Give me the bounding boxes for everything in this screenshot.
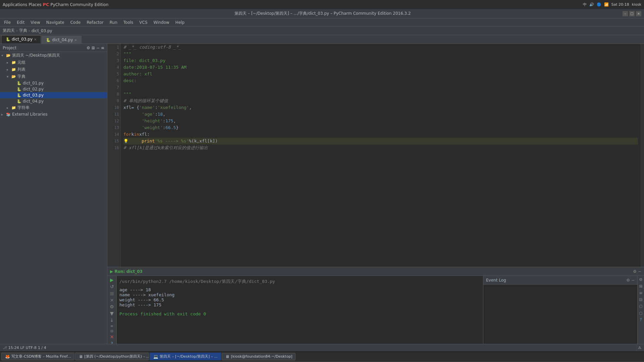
sidebar-icon-4[interactable]: ≡ (101, 46, 104, 50)
menu-item-file[interactable]: File (1, 19, 13, 25)
tree-item-6[interactable]: 🐍dict_03.py (0, 92, 107, 98)
taskbar-item-0[interactable]: 🦊写文章-CSDN博客 – Mozilla Firef... (1, 353, 74, 360)
code-line-13[interactable]: 'weight': 66.5} (123, 124, 638, 131)
tree-item-3[interactable]: ▾📂字典 (0, 73, 107, 80)
code-docstring-8: """ (123, 91, 131, 98)
breadcrumb-sep-0: › (16, 28, 18, 33)
run-panel-header: ▶ Run: dict_03 ⚙ − (107, 267, 644, 276)
taskbar-item-2[interactable]: 💻第四天 – [~/Desktop/第四天] – ... (150, 353, 221, 360)
run-tree-button[interactable]: ⊟ (109, 329, 115, 333)
rpt-icon-1[interactable]: ⚙ (639, 277, 643, 282)
folder-icon: 📁 (11, 106, 16, 110)
code-line-2[interactable]: """ (123, 51, 638, 57)
sidebar-icon-3[interactable]: − (96, 46, 100, 50)
run-close-button[interactable]: × (109, 297, 115, 303)
menu-item-navigate[interactable]: Navigate (44, 19, 67, 25)
run-help-button[interactable]: ? (109, 341, 115, 344)
run-toolbar: ▶ ↺ ■ × ⚙ ▼ ↓ ≡ ⊟ ✕ ? (107, 276, 117, 344)
menu-item-view[interactable]: View (28, 19, 43, 25)
rpt-icon-5[interactable]: ⬡ (639, 304, 642, 309)
tree-item-0[interactable]: ▾📂第四天 ~/Desktop/第四天 (0, 52, 107, 59)
rpt-icon-7[interactable]: ? (640, 317, 642, 322)
tree-label-1: 元组 (17, 60, 25, 65)
code-line-11[interactable]: 'age': 18, (123, 111, 638, 118)
sidebar-toolbar[interactable]: ⚙ ⊞ − ≡ (87, 46, 104, 50)
menu-item-vcs[interactable]: VCS (137, 19, 150, 25)
run-filter-button[interactable]: ▼ (109, 311, 115, 316)
menu-item-window[interactable]: Window (151, 19, 172, 25)
run-settings-icon[interactable]: ⚙ (633, 269, 637, 274)
menu-item-code[interactable]: Code (68, 19, 84, 25)
run-tab-label[interactable]: ▶ Run: dict_03 (110, 269, 143, 274)
code-line-14[interactable]: for k in xfl: (123, 131, 638, 138)
sidebar-icon-1[interactable]: ⚙ (87, 46, 90, 50)
rpt-icon-3[interactable]: ≡ (639, 291, 642, 295)
menu-item-tools[interactable]: Tools (121, 19, 136, 25)
breadcrumb-item-0[interactable]: 第四天 (3, 28, 15, 34)
run-stop-button[interactable]: ■ (109, 291, 115, 296)
rpt-icon-2[interactable]: ⊞ (639, 284, 642, 289)
bulb-icon-15[interactable]: 💡 (123, 138, 128, 144)
close-button[interactable]: × (636, 11, 641, 16)
tree-item-8[interactable]: ▸📁字符串 (0, 104, 107, 111)
code-content[interactable]: # _*_ coding:utf-8 _*_"""file: dict_03.p… (121, 44, 641, 267)
folder-open-icon: 📂 (11, 74, 16, 79)
code-line-8[interactable]: """ (123, 91, 638, 98)
tree-item-9[interactable]: ▸📚External Libraries (0, 111, 107, 117)
maximize-button[interactable]: □ (629, 11, 635, 16)
menu-item-edit[interactable]: Edit (14, 19, 27, 25)
code-editor[interactable]: 12345678910111213141516 # _*_ coding:utf… (107, 44, 644, 267)
code-line-3[interactable]: file: dict_03.py (123, 57, 638, 64)
run-settings2-button[interactable]: ⚙ (109, 304, 115, 309)
tab-label-0: dict_03.py (12, 37, 33, 42)
taskbar-item-3[interactable]: 🖥[kiosk@foundation84:~/Desktop] (222, 353, 296, 360)
window-controls[interactable]: – □ × (623, 11, 641, 16)
code-line-9[interactable]: # 单纯的循环某个键值 (123, 98, 638, 104)
tree-item-7[interactable]: 🐍dict_04.py (0, 98, 107, 104)
code-line-4[interactable]: date:2018-07-15 11:35 AM (123, 64, 638, 71)
title-bar: 第四天 – [~/Desktop/第四天] – .../字典/dict_03.p… (0, 9, 644, 18)
code-line-1[interactable]: # _*_ coding:utf-8 _*_ (123, 44, 638, 51)
breadcrumb-item-1[interactable]: 字典 (19, 28, 27, 34)
editor-tab-0[interactable]: 🐍dict_03.py× (1, 35, 41, 44)
run-panel-header-right[interactable]: ⚙ − (633, 269, 641, 274)
tree-label-4: dict_01.py (23, 81, 44, 85)
tree-item-4[interactable]: 🐍dict_01.py (0, 80, 107, 86)
rpt-icon-6[interactable]: ○ (639, 311, 642, 315)
code-line-10[interactable]: xfl = {'name': 'xuefeilong', (123, 104, 638, 111)
menu-item-run[interactable]: Run (107, 19, 120, 25)
sidebar-icon-2[interactable]: ⊞ (92, 46, 95, 50)
tree-item-2[interactable]: ▸📁列表 (0, 66, 107, 73)
run-panel-content: ▶ ↺ ■ × ⚙ ▼ ↓ ≡ ⊟ ✕ ? /usr/bin/python2.7… (107, 276, 644, 344)
run-rerun-button[interactable]: ↺ (109, 284, 115, 289)
places-menu[interactable]: Places (29, 2, 41, 7)
code-line-6[interactable]: desc: (123, 77, 638, 84)
run-close-icon[interactable]: − (638, 269, 641, 274)
tree-item-5[interactable]: 🐍dict_02.py (0, 86, 107, 92)
event-log-icons[interactable]: ⚙ − (626, 278, 635, 283)
applications-menu[interactable]: Applications (3, 2, 27, 7)
tab-label-1: dict_04.py (52, 38, 73, 42)
tree-item-1[interactable]: ▸📁元组 (0, 59, 107, 66)
code-line-5[interactable]: author: xfl (123, 71, 638, 77)
code-line-7[interactable] (123, 84, 638, 91)
run-play-button[interactable]: ▶ (109, 277, 115, 283)
run-error-button[interactable]: ✕ (109, 334, 115, 340)
tab-close-1[interactable]: × (74, 38, 77, 42)
editor-tab-1[interactable]: 🐍dict_04.py× (42, 36, 81, 44)
taskbar-item-1[interactable]: 🖥[第四 (~/Desktop/python第四天) – ... (75, 353, 149, 360)
code-line-15[interactable]: 💡 print '%s ----> %s' % (k, xfl[k]) (123, 138, 638, 144)
minimize-button[interactable]: – (623, 11, 628, 16)
event-log-settings-icon[interactable]: ⚙ (626, 278, 630, 283)
run-list-button[interactable]: ≡ (109, 324, 115, 328)
rpt-icon-4[interactable]: ⊟ (639, 297, 642, 302)
breadcrumb-item-2[interactable]: dict_03.py (32, 28, 52, 33)
menu-item-refactor[interactable]: Refactor (84, 19, 106, 25)
run-scroll-button[interactable]: ↓ (109, 317, 115, 323)
py-file-icon: 🐍 (17, 81, 21, 85)
code-line-12[interactable]: 'height': 175, (123, 118, 638, 124)
event-log-min-icon[interactable]: − (631, 278, 635, 283)
code-line-16[interactable]: # xfl[k]是通过k来索引对应的值进行输出 (123, 144, 638, 151)
menu-item-help[interactable]: Help (173, 19, 187, 25)
tab-close-0[interactable]: × (34, 38, 37, 41)
